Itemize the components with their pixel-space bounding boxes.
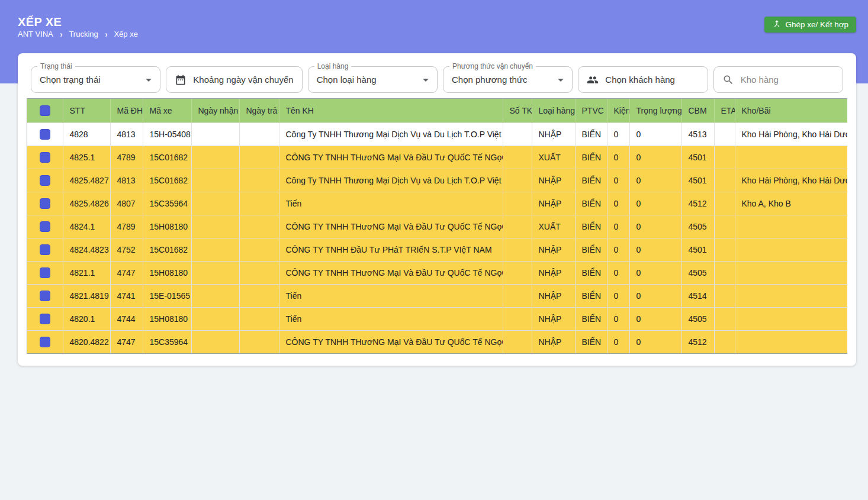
cell-cbm: 4501 [681,146,714,169]
cell-cbm: 4505 [681,261,714,284]
cell-kien: 0 [607,122,629,146]
cell-ngay-tra [239,192,279,215]
chevron-right-icon: › [60,28,62,39]
table-row: 4821.1 4747 15H08180 CÔNG TY TNHH THươNG… [27,261,847,284]
cell-trong-luong: 0 [629,215,681,238]
cell-loai-hang: NHẬP [532,122,575,146]
cell-stt: 4828 [63,122,110,146]
row-checkbox[interactable] [40,129,50,140]
cell-ngay-nhan [191,238,239,261]
row-checkbox[interactable] [40,198,50,209]
table-row: 4821.4819 4741 15E-01565 Tiến NHẬP BIỂN … [27,284,847,307]
cell-trong-luong: 0 [629,261,681,284]
row-checkbox[interactable] [40,244,50,255]
column-header-ten-kh: Tên KH [279,99,503,122]
select-all-checkbox[interactable] [40,105,50,116]
cell-ma-xe: 15C01682 [143,238,191,261]
row-select-cell [27,122,63,146]
row-checkbox[interactable] [40,221,50,232]
status-filter-value: Chọn trạng thái [40,75,101,85]
cell-ten-kh: CÔNG TY TNHH THươNG MạI Và ĐầU Tư QUốC T… [279,215,503,238]
cell-stt: 4820.1 [63,307,110,330]
row-checkbox[interactable] [40,175,50,186]
cell-stt: 4825.4827 [63,169,110,192]
row-select-cell [27,330,63,353]
cell-ma-dh: 4813 [110,122,143,146]
cell-ma-dh: 4747 [110,330,143,353]
cell-so-tk [503,169,532,192]
merge-vehicles-button[interactable]: Ghép xe/ Kết hợp [764,17,856,33]
breadcrumb-item-trucking[interactable]: Trucking [69,30,98,38]
cell-kien: 0 [607,261,629,284]
cell-ten-kh: CÔNG TY TNHH THươNG MạI Và ĐầU Tư QUốC T… [279,146,503,169]
row-checkbox[interactable] [40,152,50,163]
row-select-cell [27,261,63,284]
cell-kho-bai [735,330,847,353]
breadcrumb-item-current: Xếp xe [114,30,137,38]
cell-kho-bai: Kho Hải Phòng, Kho Hải Dương [735,169,847,192]
row-select-cell [27,284,63,307]
warehouse-search-input[interactable]: Kho hàng [713,66,843,93]
cell-ma-xe: 15H-05408 [143,122,191,146]
cell-cbm: 4512 [681,330,714,353]
page-title: XẾP XE [18,15,62,29]
transport-method-filter-select[interactable]: Phương thức vận chuyển Chọn phương thức [443,66,573,93]
cell-eta [714,330,735,353]
cell-so-tk [503,330,532,353]
cell-so-tk [503,261,532,284]
cell-ptvc: BIỂN [575,261,607,284]
cell-ten-kh: Tiến [279,192,503,215]
column-header-ngay-tra: Ngày trả [239,99,279,122]
cell-eta [714,146,735,169]
column-header-ma-dh: Mã ĐH [110,99,143,122]
cell-ngay-nhan [191,284,239,307]
calendar-icon [175,74,187,86]
cell-kien: 0 [607,146,629,169]
cell-ngay-tra [239,330,279,353]
cell-kien: 0 [607,169,629,192]
call-merge-icon [772,19,782,30]
row-checkbox[interactable] [40,337,50,347]
cell-kho-bai: Kho Hải Phòng, Kho Hải Dương [735,122,847,146]
row-select-cell [27,215,63,238]
cell-ptvc: BIỂN [575,330,607,353]
column-header-ptvc: PTVC [575,99,607,122]
cell-ngay-tra [239,169,279,192]
cell-ngay-nhan [191,192,239,215]
cell-stt: 4824.4823 [63,238,110,261]
cell-ma-dh: 4789 [110,215,143,238]
cell-loai-hang: XUẤT [532,146,575,169]
cell-eta [714,122,735,146]
breadcrumb-item-home[interactable]: ANT VINA [18,30,53,38]
cell-eta [714,192,735,215]
cell-ten-kh: Công Ty TNHH Thương Mại Dịch Vụ và Du Lị… [279,122,503,146]
date-range-filter-value: Khoảng ngày vận chuyển [193,75,293,85]
cell-kho-bai [735,284,847,307]
cell-kho-bai [735,261,847,284]
transport-method-filter-value: Chọn phương thức [452,75,528,85]
merge-vehicles-button-label: Ghép xe/ Kết hợp [786,20,848,29]
cell-stt: 4825.4826 [63,192,110,215]
table-row: 4824.4823 4752 15C01682 CÔNG TY TNHH ĐầU… [27,238,847,261]
table-header-row: STT Mã ĐH Mã xe Ngày nhận Ngày trả Tên K… [27,99,847,122]
cell-ngay-tra [239,307,279,330]
row-checkbox[interactable] [40,314,50,324]
cell-kien: 0 [607,307,629,330]
cell-loai-hang: NHẬP [532,238,575,261]
cell-ten-kh: Công Ty TNHH Thương Mại Dịch Vụ và Du Lị… [279,169,503,192]
row-checkbox[interactable] [40,291,50,301]
row-checkbox[interactable] [40,267,50,278]
row-select-cell [27,169,63,192]
cell-trong-luong: 0 [629,307,681,330]
date-range-filter[interactable]: Khoảng ngày vận chuyển [166,66,302,93]
vehicle-assignment-table: STT Mã ĐH Mã xe Ngày nhận Ngày trả Tên K… [27,98,847,354]
cell-so-tk [503,238,532,261]
customer-filter[interactable]: Chọn khách hàng [578,66,708,93]
status-filter-select[interactable]: Trạng thái Chọn trạng thái [31,66,160,93]
cargo-type-filter-select[interactable]: Loại hàng Chọn loại hàng [308,66,438,93]
table-body: 4828 4813 15H-05408 Công Ty TNHH Thương … [27,122,847,353]
cell-kien: 0 [607,192,629,215]
cell-eta [714,215,735,238]
cell-eta [714,169,735,192]
cell-ma-xe: 15H08180 [143,215,191,238]
